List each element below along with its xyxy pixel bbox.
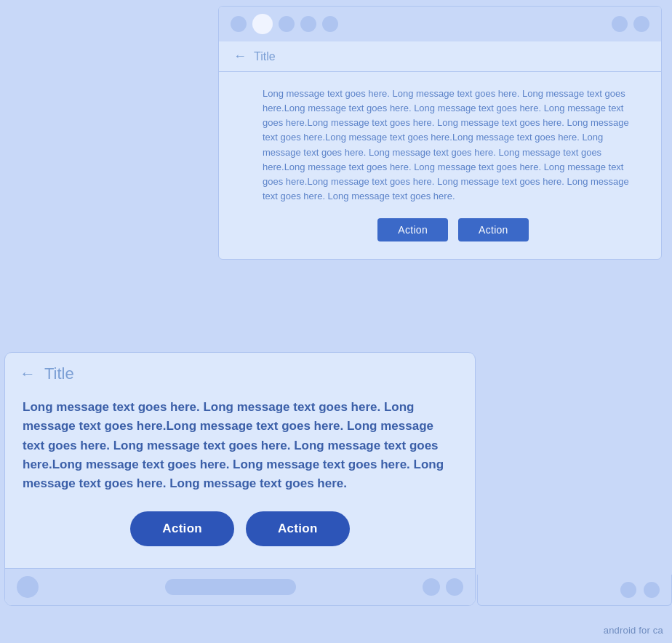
- bottom-panel: ← Title Long message text goes here. Lon…: [4, 352, 476, 606]
- bottom-action-buttons: Action Action: [23, 511, 457, 546]
- top-action-buttons: Action Action: [263, 218, 644, 241]
- top-panel-titlebar: ← Title: [219, 41, 661, 72]
- bottom-back-arrow-icon[interactable]: ←: [20, 364, 36, 383]
- bar-dots-right: [612, 16, 649, 32]
- bar-dots-left: [231, 14, 338, 34]
- top-panel-title: Title: [254, 50, 276, 63]
- top-message-text: Long message text goes here. Long messag…: [263, 87, 644, 204]
- top-action-button-2[interactable]: Action: [458, 218, 529, 241]
- nav-dot-right-1: [423, 578, 440, 596]
- bottom-action-button-1[interactable]: Action: [130, 511, 234, 546]
- dot-3: [279, 16, 295, 32]
- right-bar-dot-2: [644, 582, 660, 598]
- top-action-button-1[interactable]: Action: [377, 218, 448, 241]
- top-panel: ← Title Long message text goes here. Lon…: [218, 6, 662, 260]
- dot-right-2: [633, 16, 649, 32]
- top-panel-bar: [219, 7, 661, 41]
- back-arrow-icon[interactable]: ←: [233, 49, 247, 64]
- dot-5: [322, 16, 338, 32]
- watermark: android for ca: [604, 625, 663, 636]
- dot-2: [252, 14, 273, 34]
- right-side-bar: [477, 575, 672, 606]
- bottom-panel-titlebar: ← Title: [5, 353, 475, 391]
- bottom-action-button-2[interactable]: Action: [246, 511, 350, 546]
- dot-1: [231, 16, 247, 32]
- nav-dot-left: [17, 576, 39, 598]
- bottom-panel-nav: [5, 568, 475, 605]
- top-panel-content: Long message text goes here. Long messag…: [219, 72, 661, 259]
- nav-dots-right: [423, 578, 463, 596]
- bottom-panel-title: Title: [44, 364, 74, 383]
- nav-dot-right-2: [446, 578, 463, 596]
- dot-right-1: [612, 16, 628, 32]
- nav-pill: [165, 579, 296, 595]
- dot-4: [300, 16, 316, 32]
- bottom-message-text: Long message text goes here. Long messag…: [23, 398, 457, 494]
- right-bar-dot-1: [620, 582, 636, 598]
- bottom-panel-content: Long message text goes here. Long messag…: [5, 391, 475, 561]
